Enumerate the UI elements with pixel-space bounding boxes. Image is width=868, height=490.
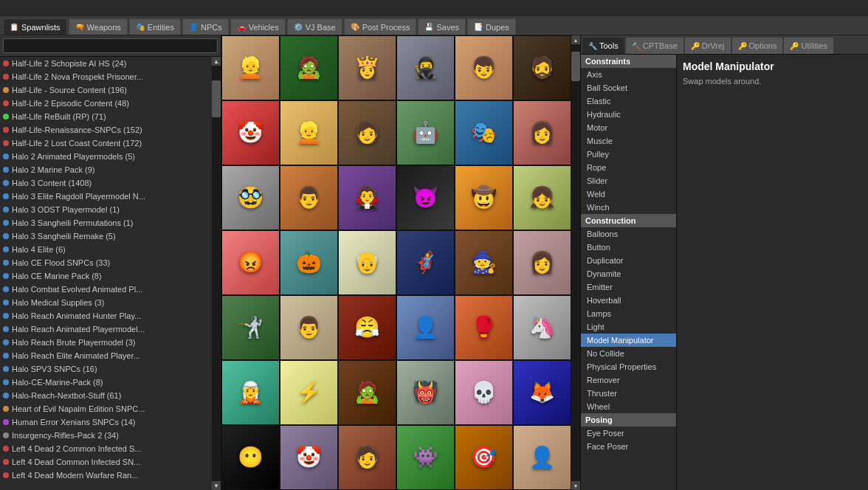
npc-cell[interactable]: 👾 — [396, 425, 455, 490]
right-tab-options[interactable]: 🔑Options — [732, 38, 783, 54]
npc-cell[interactable]: 😡 — [221, 230, 280, 295]
list-item[interactable]: Halo SPV3 SNPCs (16) — [0, 362, 212, 376]
npc-cell[interactable]: 😶 — [221, 425, 280, 490]
tab-vehicles[interactable]: 🚗Vehicles — [230, 18, 286, 35]
tool-item-dynamite[interactable]: Dynamite — [581, 267, 676, 280]
npc-cell[interactable]: 👸 — [338, 35, 396, 100]
list-item[interactable]: Half-Life - Source Content (196) — [0, 83, 212, 97]
tab-saves[interactable]: 💾Saves — [418, 18, 466, 35]
list-item[interactable]: Heart of Evil Napalm Edition SNPC... — [0, 402, 212, 415]
list-item[interactable]: Halo 2 Marine Pack (9) — [0, 163, 212, 176]
list-item[interactable]: Half-Life 2 Schopiste AI HS (24) — [0, 57, 212, 70]
npc-cell[interactable]: 🧑 — [338, 100, 396, 165]
tool-item-ball-socket[interactable]: Ball Socket — [581, 81, 676, 94]
list-scroll[interactable]: Half-Life 2 Schopiste AI HS (24)Half-Lif… — [0, 57, 212, 490]
list-item[interactable]: Halo Combat Evolved Animated Pl... — [0, 283, 212, 296]
npc-cell[interactable]: 👦 — [455, 35, 513, 100]
tool-item-button[interactable]: Button — [581, 241, 676, 254]
list-item[interactable]: Halo-Reach-Nextbot-Stuff (61) — [0, 389, 212, 402]
list-item[interactable]: Halo Reach Brute Playermodel (3) — [0, 336, 212, 349]
list-item[interactable]: Halo 3 Content (1408) — [0, 176, 212, 190]
list-item[interactable]: Human Error Xenians SNPCs (14) — [0, 415, 212, 429]
npc-cell[interactable]: 👱 — [221, 35, 280, 100]
tool-item-eye-poser[interactable]: Eye Poser — [581, 427, 676, 440]
list-scrollbar[interactable]: ▲ ▼ — [212, 57, 221, 490]
npc-cell[interactable]: 👤 — [396, 295, 455, 360]
npc-cell[interactable]: 🧔 — [513, 35, 571, 100]
search-input[interactable] — [3, 38, 218, 53]
npc-cell[interactable]: 🤖 — [396, 100, 455, 165]
npc-cell[interactable]: 🧛 — [338, 165, 396, 230]
npc-cell[interactable]: 🧟 — [338, 360, 396, 425]
tool-item-model-manipulator[interactable]: Model Manipulator — [581, 334, 676, 347]
npc-cell[interactable]: 👹 — [396, 360, 455, 425]
list-item[interactable]: Halo Medical Supplies (3) — [0, 296, 212, 309]
right-tab-utilities[interactable]: 🔑Utilities — [784, 38, 833, 54]
list-item[interactable]: Halo-CE-Marine-Pack (8) — [0, 376, 212, 389]
tool-item-lamps[interactable]: Lamps — [581, 307, 676, 320]
tab-spawnlists[interactable]: 📋Spawnlists — [3, 18, 67, 35]
npc-cell[interactable]: 😈 — [396, 165, 455, 230]
tool-item-weld[interactable]: Weld — [581, 187, 676, 201]
npc-cell[interactable]: 🥊 — [455, 295, 513, 360]
grid-scroll-up[interactable]: ▲ — [571, 35, 580, 44]
list-item[interactable]: Halo Reach Animated Hunter Play... — [0, 309, 212, 322]
tab-vj-base[interactable]: ⚙️VJ Base — [287, 18, 342, 35]
tool-item-motor[interactable]: Motor — [581, 121, 676, 134]
tool-item-remover[interactable]: Remover — [581, 373, 676, 387]
npc-cell[interactable]: 🧙 — [455, 230, 513, 295]
tool-item-physical-properties[interactable]: Physical Properties — [581, 360, 676, 373]
list-item[interactable]: Halo 3 ODST Playermodel (1) — [0, 203, 212, 216]
npc-cell[interactable]: 👴 — [338, 230, 396, 295]
grid-scrollbar[interactable]: ▲ ▼ — [571, 35, 580, 490]
list-item[interactable]: Insurgency-Rifles-Pack 2 (34) — [0, 429, 212, 442]
scroll-down-btn[interactable]: ▼ — [212, 481, 221, 490]
npc-cell[interactable]: 👩 — [513, 230, 571, 295]
npc-cell[interactable]: 🧑 — [338, 425, 396, 490]
tab-weapons[interactable]: 🔫Weapons — [69, 18, 128, 35]
tool-item-emitter[interactable]: Emitter — [581, 280, 676, 294]
tool-item-slider[interactable]: Slider — [581, 174, 676, 187]
npc-cell[interactable]: 🥷 — [396, 35, 455, 100]
tool-item-thruster[interactable]: Thruster — [581, 387, 676, 400]
npc-cell[interactable]: 🦊 — [513, 360, 571, 425]
tool-item-light[interactable]: Light — [581, 320, 676, 334]
npc-cell[interactable]: 🤺 — [221, 295, 280, 360]
npc-cell[interactable]: 👧 — [513, 165, 571, 230]
tool-item-balloons[interactable]: Balloons — [581, 227, 676, 241]
scroll-up-btn[interactable]: ▲ — [212, 57, 221, 66]
npc-cell[interactable]: 🤡 — [221, 100, 280, 165]
npc-cell[interactable]: 🎃 — [280, 230, 338, 295]
tool-item-no-collide[interactable]: No Collide — [581, 347, 676, 360]
list-item[interactable]: Halo 3 Sangheili Remake (5) — [0, 230, 212, 243]
list-item[interactable]: Halo 3 Sangheili Permutations (1) — [0, 216, 212, 230]
list-item[interactable]: Half-Life 2 Nova Prospekt Prisoner... — [0, 70, 212, 83]
list-item[interactable]: Halo 3 Elite Ragdoll Playermodel N... — [0, 190, 212, 203]
npc-cell[interactable]: 🥸 — [221, 165, 280, 230]
tool-item-pulley[interactable]: Pulley — [581, 148, 676, 161]
tab-npcs[interactable]: 👤NPCs — [182, 18, 229, 35]
npc-cell[interactable]: 🦸 — [396, 230, 455, 295]
list-item[interactable]: Halo Reach Elite Animated Player... — [0, 349, 212, 362]
list-item[interactable]: Half-Life-Renaissance-SNPCs (152) — [0, 123, 212, 137]
npc-cell[interactable]: 🧟 — [280, 35, 338, 100]
npc-cell[interactable]: 💀 — [455, 360, 513, 425]
list-item[interactable]: Left 4 Dead Common Infected SN... — [0, 455, 212, 469]
npc-cell[interactable]: 🎭 — [455, 100, 513, 165]
tool-item-face-poser[interactable]: Face Poser — [581, 440, 676, 453]
npc-cell[interactable]: 👨 — [280, 165, 338, 230]
list-item[interactable]: Halo 4 Elite (6) — [0, 243, 212, 256]
npc-cell[interactable]: 🦄 — [513, 295, 571, 360]
npc-cell[interactable]: 👱 — [280, 100, 338, 165]
list-item[interactable]: Half-Life ReBuilt (RP) (71) — [0, 110, 212, 123]
npc-cell[interactable]: 👩 — [513, 100, 571, 165]
list-item[interactable]: Halo Reach Animated Playermodel... — [0, 322, 212, 336]
npc-cell[interactable]: 👨 — [280, 295, 338, 360]
list-item[interactable]: Halo CE Marine Pack (8) — [0, 269, 212, 283]
npc-cell[interactable]: 🧝 — [221, 360, 280, 425]
list-item[interactable]: Left 4 Dead 2 Common Infected S... — [0, 442, 212, 455]
tool-item-duplicator[interactable]: Duplicator — [581, 254, 676, 267]
right-tab-drvrej[interactable]: 🔑DrVrej — [685, 38, 731, 54]
npc-cell[interactable]: ⚡ — [280, 360, 338, 425]
right-tab-cptbase[interactable]: 🔨CPTBase — [626, 38, 683, 54]
